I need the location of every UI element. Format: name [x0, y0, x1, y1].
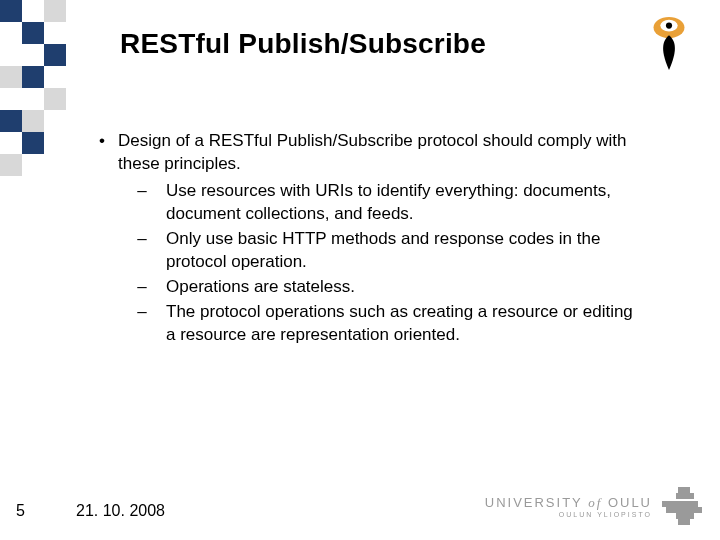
bullet-lvl2: – Only use basic HTTP methods and respon… [118, 228, 646, 274]
bullet-dot-icon: • [86, 130, 118, 346]
university-sub: OULUN YLIOPISTO [485, 511, 652, 518]
sub-item-text: The protocol operations such as creating… [166, 301, 646, 347]
university-logo: UNIVERSITY of OULU OULUN YLIOPISTO [442, 486, 702, 528]
university-name: UNIVERSITY of OULU [485, 496, 652, 509]
bullet-lvl2: – The protocol operations such as creati… [118, 301, 646, 347]
intro-text: Design of a RESTful Publish/Subscribe pr… [118, 130, 646, 176]
dash-icon: – [118, 228, 166, 274]
sub-item-text: Only use basic HTTP methods and response… [166, 228, 646, 274]
pixel-cross-icon [662, 487, 702, 527]
slide-body: • Design of a RESTful Publish/Subscribe … [86, 130, 646, 346]
footer-date: 21. 10. 2008 [76, 502, 165, 520]
dash-icon: – [118, 276, 166, 299]
page-number: 5 [16, 502, 25, 520]
dash-icon: – [118, 301, 166, 347]
bullet-lvl2: – Operations are stateless. [118, 276, 646, 299]
slide: RESTful Publish/Subscribe • Design of a … [0, 0, 720, 540]
sub-item-text: Use resources with URIs to identify ever… [166, 180, 646, 226]
dash-icon: – [118, 180, 166, 226]
bullet-lvl2: – Use resources with URIs to identify ev… [118, 180, 646, 226]
bullet-lvl1: • Design of a RESTful Publish/Subscribe … [86, 130, 646, 346]
decorative-checker [0, 0, 66, 180]
sub-item-text: Operations are stateless. [166, 276, 646, 299]
svg-point-2 [666, 23, 672, 29]
slide-title: RESTful Publish/Subscribe [120, 28, 486, 60]
torch-icon [640, 14, 698, 72]
